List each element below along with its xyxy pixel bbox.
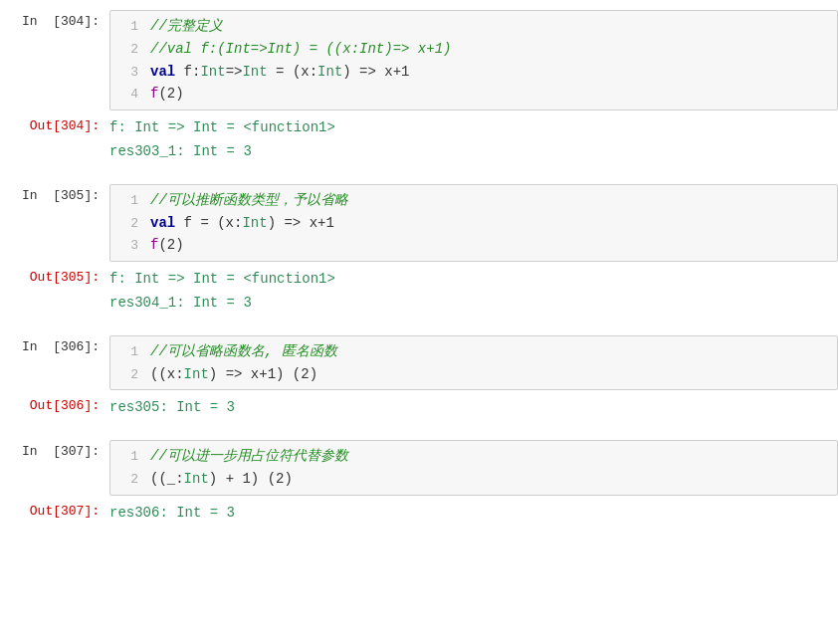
code-token-comment: //可以推断函数类型，予以省略 <box>150 192 348 208</box>
code-token-plain: ) + 1) (2) <box>209 471 293 487</box>
code-line: 1//可以省略函数名, 匿名函数 <box>118 340 829 363</box>
code-token-comment: //完整定义 <box>150 18 223 34</box>
code-box-305[interactable]: 1//可以推断函数类型，予以省略2val f = (x:Int) => x+13… <box>109 184 838 262</box>
code-content: //完整定义 <box>150 15 223 37</box>
out-row-304: Out[304]:f: Int => Int = <function1>res3… <box>0 110 838 176</box>
output-content-305: f: Int => Int = <function1>res304_1: Int… <box>109 266 838 318</box>
code-content: val f:Int=>Int = (x:Int) => x+1 <box>150 61 410 83</box>
code-line: 4f(2) <box>118 83 829 106</box>
in-row-306: In [306]:1//可以省略函数名, 匿名函数2((x:Int) => x+… <box>0 335 838 391</box>
code-token-type: Int <box>184 471 209 487</box>
cell-spacer <box>0 327 838 335</box>
code-token-plain: ((_: <box>150 471 184 487</box>
output-text: res305: Int = 3 <box>109 399 235 415</box>
output-line: f: Int => Int = <function1> <box>109 116 838 140</box>
in-text: In <box>22 339 38 354</box>
output-line: res304_1: Int = 3 <box>109 292 838 316</box>
cell-spacer <box>0 537 838 545</box>
code-box-304[interactable]: 1//完整定义2//val f:(Int=>Int) = ((x:Int)=> … <box>109 10 838 110</box>
cell-307: In [307]:1//可以进一步用占位符代替参数2((_:Int) + 1) … <box>0 440 838 544</box>
line-number: 1 <box>118 17 138 38</box>
out-text: Out[304]: <box>30 118 100 133</box>
code-line: 3f(2) <box>118 234 829 257</box>
line-number: 3 <box>118 236 138 257</box>
out-label-306: Out[306]: <box>0 394 109 413</box>
output-text: f: Int => Int = <function1> <box>109 119 335 135</box>
in-row-304: In [304]:1//完整定义2//val f:(Int=>Int) = ((… <box>0 10 838 110</box>
line-number: 2 <box>118 470 138 491</box>
code-token-keyword: val <box>150 64 184 80</box>
code-token-comment: //val f:(Int=>Int) = ((x:Int)=> x+1) <box>150 41 451 57</box>
code-token-type: Int <box>242 64 267 80</box>
code-line: 1//可以推断函数类型，予以省略 <box>118 189 829 212</box>
code-content: ((_:Int) + 1) (2) <box>150 468 293 490</box>
code-token-plain: = (x: <box>268 64 317 80</box>
code-content: f(2) <box>150 83 184 105</box>
in-label-306: In [306]: <box>0 335 109 354</box>
code-token-type: Int <box>200 64 225 80</box>
line-number: 1 <box>118 447 138 468</box>
code-token-plain: ) => x+1) (2) <box>209 366 317 382</box>
output-text: res304_1: Int = 3 <box>109 295 252 311</box>
output-content-306: res305: Int = 3 <box>109 394 838 422</box>
line-number: 3 <box>118 63 138 84</box>
line-number: 4 <box>118 85 138 106</box>
out-text: Out[306]: <box>30 398 100 413</box>
code-token-type: Int <box>317 64 342 80</box>
output-text: res306: Int = 3 <box>109 505 235 521</box>
code-line: 3val f:Int=>Int = (x:Int) => x+1 <box>118 61 829 84</box>
output-content-307: res306: Int = 3 <box>109 500 838 528</box>
code-token-plain: ((x: <box>150 366 184 382</box>
in-label-304: In [304]: <box>0 10 109 29</box>
cell-304: In [304]:1//完整定义2//val f:(Int=>Int) = ((… <box>0 10 838 184</box>
code-token-comment: //可以省略函数名, 匿名函数 <box>150 343 337 359</box>
line-number: 2 <box>118 365 138 386</box>
code-content: ((x:Int) => x+1) (2) <box>150 363 317 385</box>
in-label-305: In [305]: <box>0 184 109 203</box>
out-label-307: Out[307]: <box>0 500 109 519</box>
output-line: res305: Int = 3 <box>109 396 838 420</box>
in-text: In <box>22 14 38 29</box>
in-label-307: In [307]: <box>0 440 109 459</box>
notebook: In [304]:1//完整定义2//val f:(Int=>Int) = ((… <box>0 0 838 644</box>
output-text: f: Int => Int = <function1> <box>109 271 335 287</box>
code-token-plain: ) => x+1 <box>342 64 409 80</box>
code-content: //可以进一步用占位符代替参数 <box>150 445 348 467</box>
code-token-type: Int <box>242 215 267 231</box>
line-number: 1 <box>118 342 138 363</box>
cell-spacer <box>0 176 838 184</box>
code-token-plain: ) => x+1 <box>268 215 334 231</box>
output-line: f: Int => Int = <function1> <box>109 268 838 292</box>
output-content-304: f: Int => Int = <function1>res303_1: Int… <box>109 114 838 166</box>
code-box-306[interactable]: 1//可以省略函数名, 匿名函数2((x:Int) => x+1) (2) <box>109 335 838 391</box>
code-token-keyword: val <box>150 215 184 231</box>
out-row-305: Out[305]:f: Int => Int = <function1>res3… <box>0 262 838 327</box>
output-line: res303_1: Int = 3 <box>109 140 838 164</box>
code-box-307[interactable]: 1//可以进一步用占位符代替参数2((_:Int) + 1) (2) <box>109 440 838 496</box>
code-token-plain: (2) <box>158 86 183 102</box>
in-text: In <box>22 188 38 203</box>
in-text: In <box>22 444 38 459</box>
out-text: Out[305]: <box>30 270 100 285</box>
out-row-306: Out[306]:res305: Int = 3 <box>0 390 838 432</box>
output-line: res306: Int = 3 <box>109 502 838 526</box>
code-content: val f = (x:Int) => x+1 <box>150 212 334 234</box>
out-label-304: Out[304]: <box>0 114 109 133</box>
code-content: //可以推断函数类型，予以省略 <box>150 189 348 211</box>
in-row-305: In [305]:1//可以推断函数类型，予以省略2val f = (x:Int… <box>0 184 838 262</box>
code-line: 2val f = (x:Int) => x+1 <box>118 212 829 235</box>
cell-305: In [305]:1//可以推断函数类型，予以省略2val f = (x:Int… <box>0 184 838 335</box>
in-row-307: In [307]:1//可以进一步用占位符代替参数2((_:Int) + 1) … <box>0 440 838 496</box>
code-token-plain: (2) <box>158 237 183 253</box>
code-content: //val f:(Int=>Int) = ((x:Int)=> x+1) <box>150 38 451 60</box>
line-number: 2 <box>118 214 138 235</box>
code-token-type: Int <box>184 366 209 382</box>
out-text: Out[307]: <box>30 504 100 519</box>
code-line: 2((x:Int) => x+1) (2) <box>118 363 829 386</box>
line-number: 2 <box>118 40 138 61</box>
code-content: //可以省略函数名, 匿名函数 <box>150 340 337 362</box>
code-token-plain: f: <box>184 64 201 80</box>
code-line: 1//可以进一步用占位符代替参数 <box>118 445 829 468</box>
code-line: 2((_:Int) + 1) (2) <box>118 468 829 491</box>
output-text: res303_1: Int = 3 <box>109 143 252 159</box>
